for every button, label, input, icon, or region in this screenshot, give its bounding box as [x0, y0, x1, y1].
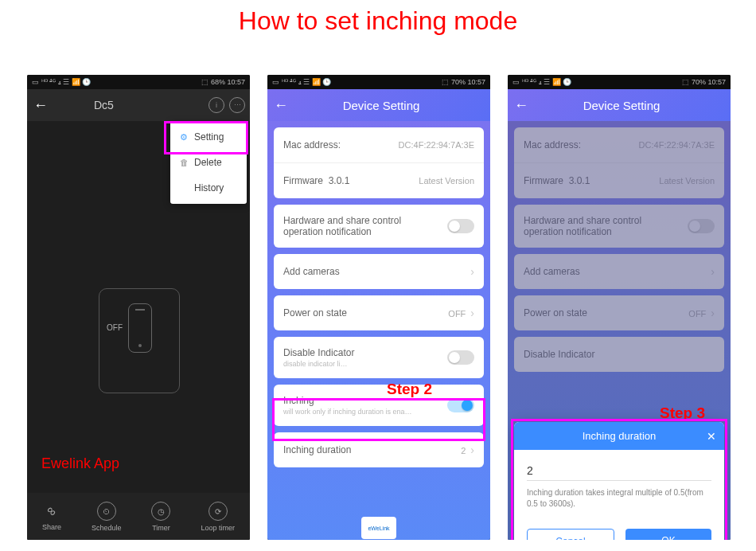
inching-row[interactable]: Inchingwill work only if inching duratio… [274, 385, 484, 426]
app-header: ← Device Setting [508, 89, 731, 121]
timer-button[interactable]: ◷Timer [151, 502, 170, 532]
phone-screen-3: ▭ ᴴᴰ ⁴ᴳ ₄ ☰ 📶 🕒 ⬚ 70% 10:57 ← Device Set… [508, 75, 731, 540]
page-title: How to set inching mode [0, 6, 756, 36]
history-icon [178, 182, 189, 193]
timer-icon: ◷ [151, 502, 170, 521]
power-on-state-row[interactable]: Power on state OFF› [274, 295, 484, 330]
screen-title: Device Setting [535, 99, 731, 112]
step-2-label: Step 2 [387, 381, 432, 398]
status-bar: ▭ ᴴᴰ ⁴ᴳ ₄ ☰ 📶 🕒 ⬚ 70% 10:57 [267, 75, 490, 89]
firmware-row[interactable]: Firmware 3.0.1 Latest Version [274, 162, 484, 198]
phone-screen-2: ▭ ᴴᴰ ⁴ᴳ ₄ ☰ 📶 🕒 ⬚ 70% 10:57 ← Device Set… [267, 75, 490, 540]
close-icon[interactable]: ✕ [707, 430, 716, 443]
gear-icon: ⚙ [178, 131, 189, 143]
schedule-button[interactable]: ⏲Schedule [92, 502, 122, 532]
info-icon[interactable]: i [208, 97, 224, 113]
app-header: ← Dc5 i ⋯ [27, 89, 250, 121]
device-switch-graphic[interactable]: OFF [99, 288, 180, 393]
trash-icon: 🗑 [178, 157, 189, 168]
inching-duration-dialog: Inching duration ✕ 2 Inching duration ta… [514, 422, 724, 540]
context-menu: ⚙ Setting 🗑 Delete History [170, 121, 247, 204]
chevron-right-icon: › [470, 307, 474, 319]
step-3-label: Step 3 [660, 404, 705, 422]
loop-icon: ⟳ [208, 502, 228, 521]
share-icon [43, 502, 60, 520]
mac-address-row: Mac address: DC:4F:22:94:7A:3E [274, 127, 484, 162]
disable-indicator-row[interactable]: Disable Indicatordisable indicator li… [274, 337, 484, 378]
cancel-button[interactable]: Cancel [527, 529, 614, 540]
hardware-notification-row[interactable]: Hardware and share control operation not… [274, 205, 484, 248]
loop-timer-button[interactable]: ⟳Loop timer [201, 502, 235, 532]
chevron-right-icon: › [470, 265, 474, 278]
dialog-title: Inching duration ✕ [514, 422, 724, 450]
status-bar: ▭ ᴴᴰ ⁴ᴳ ₄ ☰ 📶 🕒 ⬚ 68% 10:57 [27, 75, 250, 89]
toggle-on[interactable] [447, 398, 474, 412]
back-button[interactable]: ← [508, 97, 535, 114]
ok-button[interactable]: OK [625, 529, 711, 540]
switch-state: OFF [107, 323, 123, 332]
app-header: ← Device Setting [267, 89, 490, 121]
screen-title: Device Setting [294, 99, 490, 112]
duration-input[interactable]: 2 [527, 461, 711, 481]
toggle-off[interactable] [447, 219, 474, 233]
chevron-right-icon: › [470, 444, 474, 456]
share-button[interactable]: Share [42, 502, 61, 531]
ewelink-app-label: Ewelink App [41, 455, 119, 472]
menu-delete[interactable]: 🗑 Delete [170, 150, 247, 175]
menu-setting[interactable]: ⚙ Setting [170, 124, 247, 150]
add-cameras-row[interactable]: Add cameras › [274, 254, 484, 289]
ewelink-badge: eWeLink [361, 517, 396, 539]
back-button[interactable]: ← [27, 97, 54, 114]
back-button[interactable]: ← [267, 97, 294, 114]
inching-duration-row[interactable]: Inching duration 2› [274, 432, 484, 467]
phone-screen-1: ▭ ᴴᴰ ⁴ᴳ ₄ ☰ 📶 🕒 ⬚ 68% 10:57 ← Dc5 i ⋯ St… [27, 75, 250, 540]
menu-history[interactable]: History [170, 175, 247, 201]
step-1-label: Step 1 [170, 75, 218, 76]
more-icon[interactable]: ⋯ [229, 97, 245, 113]
toggle-off[interactable] [447, 350, 474, 365]
bottom-toolbar: Share ⏲Schedule ◷Timer ⟳Loop timer [27, 493, 250, 540]
dialog-hint: Inching duration takes integral multiple… [527, 487, 711, 510]
status-bar: ▭ ᴴᴰ ⁴ᴳ ₄ ☰ 📶 🕒 ⬚ 70% 10:57 [508, 75, 731, 89]
clock-icon: ⏲ [97, 502, 116, 521]
